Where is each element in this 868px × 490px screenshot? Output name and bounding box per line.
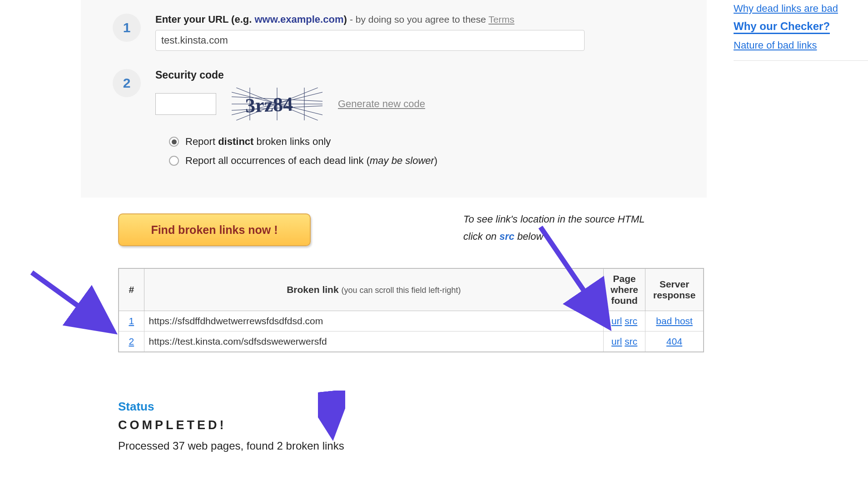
hint-src-word: src <box>499 231 514 242</box>
results-header-row: # Broken link (you can scroll this field… <box>119 268 704 311</box>
radio-distinct[interactable]: Report distinct broken links only <box>169 136 707 148</box>
status-title: Status <box>118 400 344 414</box>
radio-distinct-label: Report distinct broken links only <box>185 136 331 148</box>
row-1-resp[interactable]: bad host <box>656 316 693 326</box>
step-2-badge: 2 <box>113 69 141 97</box>
report-options: Report distinct broken links only Report… <box>155 136 707 167</box>
agree-text: - by doing so you agree to these <box>350 14 488 25</box>
svg-text:3rz84: 3rz84 <box>245 93 293 117</box>
terms-link[interactable]: Terms <box>488 14 514 25</box>
radio-all-control[interactable] <box>169 156 179 166</box>
generate-code-link[interactable]: Generate new code <box>338 98 425 110</box>
captcha-image: 3rz84 <box>232 88 322 120</box>
annotation-arrow-left <box>27 268 132 345</box>
row-2-resp[interactable]: 404 <box>666 336 682 346</box>
row-2-num[interactable]: 2 <box>129 336 134 346</box>
row-2-src[interactable]: src <box>625 336 637 346</box>
row-2-link: https://test.kinsta.com/sdfsdswewerwersf… <box>144 332 604 352</box>
sidebar: Why dead links are bad Why our Checker? … <box>734 0 868 61</box>
header-page: Page where found <box>604 268 645 311</box>
step-1-row: 1 Enter your URL (e.g. www.example.com) … <box>81 0 707 51</box>
row-1-url[interactable]: url <box>611 316 622 326</box>
results-table: # Broken link (you can scroll this field… <box>118 268 704 352</box>
header-link: Broken link (you can scroll this field l… <box>144 268 604 311</box>
action-area: Find broken links now ! To see link's lo… <box>118 213 699 246</box>
example-domain: www.example.com <box>254 14 343 25</box>
status-completed: COMPLETED! <box>118 418 344 432</box>
url-input[interactable] <box>155 30 585 51</box>
row-1-src[interactable]: src <box>625 316 637 326</box>
header-resp: Server response <box>645 268 704 311</box>
form-panel: 1 Enter your URL (e.g. www.example.com) … <box>81 0 707 198</box>
table-row: 1 https://sfsdffdhdwetwerrewsfdsdfdsd.co… <box>119 311 704 332</box>
security-code-label: Security code <box>155 69 707 81</box>
radio-all-label: Report all occurrences of each dead link… <box>185 155 437 167</box>
status-block: Status COMPLETED! Processed 37 web pages… <box>118 400 344 452</box>
sidebar-divider <box>734 60 868 61</box>
row-1-link: https://sfsdffdhdwetwerrewsfdsdfdsd.com <box>144 311 604 332</box>
row-1-num[interactable]: 1 <box>129 316 134 326</box>
svg-line-11 <box>32 272 114 332</box>
step-1-badge: 1 <box>113 14 141 42</box>
radio-all[interactable]: Report all occurrences of each dead link… <box>169 155 707 167</box>
row-2-url[interactable]: url <box>611 336 622 346</box>
step-1-label: Enter your URL (e.g. www.example.com) - … <box>155 14 707 25</box>
step-2-row: 2 Security code <box>81 51 707 174</box>
hint-text: To see link's location in the source HTM… <box>463 213 690 243</box>
sidebar-link-nature[interactable]: Nature of bad links <box>734 40 868 51</box>
radio-distinct-control[interactable] <box>169 137 179 147</box>
sidebar-link-why-dead[interactable]: Why dead links are bad <box>734 3 868 15</box>
header-num: # <box>119 268 144 311</box>
status-summary: Processed 37 web pages, found 2 broken l… <box>118 440 344 452</box>
table-row: 2 https://test.kinsta.com/sdfsdswewerwer… <box>119 332 704 352</box>
security-code-input[interactable] <box>155 93 216 115</box>
find-broken-links-button[interactable]: Find broken links now ! <box>118 213 311 246</box>
sidebar-link-why-checker[interactable]: Why our Checker? <box>734 20 830 34</box>
step-1-label-bold: Enter your URL (e.g. www.example.com) <box>155 14 350 25</box>
